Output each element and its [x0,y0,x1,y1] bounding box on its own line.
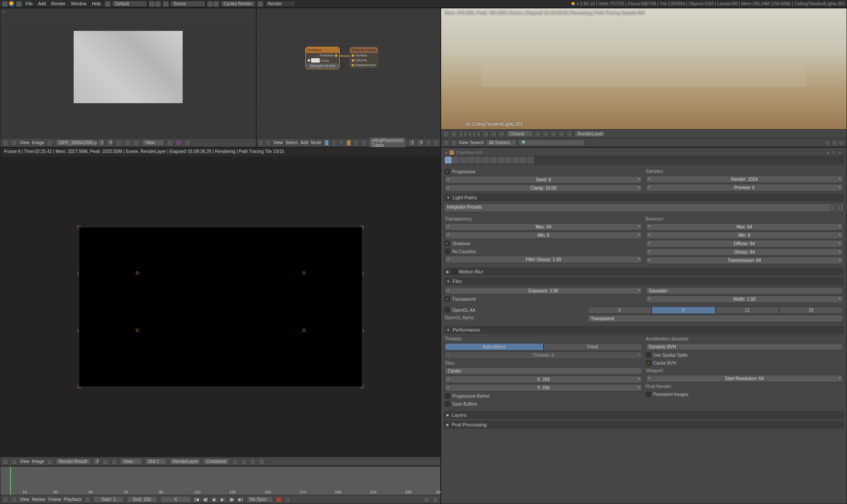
view3d-editor-type-icon[interactable] [443,131,449,137]
tab-renderlayer[interactable] [452,157,459,164]
node-expand-icon[interactable] [266,140,271,146]
scene-add-icon[interactable] [207,1,213,7]
outliner-eye-icon[interactable] [832,150,836,155]
transparent-check[interactable]: Transparent [445,295,642,302]
persistent-images-check[interactable]: Persistent Images [646,391,843,398]
tile-x[interactable]: X: 256 [445,376,642,383]
outliner-filter3-icon[interactable] [839,140,845,146]
node-canvas[interactable]: Emission Emission Color Strength 25.000 … [257,8,440,138]
timeline-editor-type-icon[interactable] [2,497,8,503]
timeline-ruler[interactable]: 10 30 50 70 90 110 130 150 170 190 210 2… [0,467,440,496]
view3d-i4-icon[interactable] [558,131,565,137]
timeline-menu-frame[interactable]: Frame [49,497,61,502]
uv-pin-icon[interactable] [133,140,139,146]
transmission-bounces[interactable]: Transmission: 64 [646,257,843,264]
render-slot[interactable]: Slot 1 [145,458,167,465]
bounce-min[interactable]: Min: 8 [646,231,843,239]
aa-16[interactable]: 16 [779,306,843,314]
view3d-layers-icon[interactable] [451,131,457,137]
fwd-key-icon[interactable]: |▶ [229,497,235,503]
menu-render[interactable]: Render [51,1,66,6]
filter-glossy[interactable]: Filter Glossy: 1.00 [445,256,642,263]
render-fake-user[interactable]: F [94,458,100,465]
node-menu-view[interactable]: View [274,140,283,145]
opengl-alpha-mode[interactable]: Transparent [588,315,843,322]
scene-browse-icon[interactable] [163,1,169,7]
menu-help[interactable]: Help [92,1,101,6]
perf-header[interactable]: Performance [444,326,844,334]
aa-11[interactable]: 11 [716,306,780,314]
post-header[interactable]: Post Processing [444,421,844,429]
node-add-mat-icon[interactable] [426,140,431,146]
editor-type-icon[interactable] [2,1,8,7]
threads-fixed[interactable]: Fixed [543,343,642,351]
socket-surface[interactable]: Surface [355,53,367,57]
view3d-layer-browse-icon[interactable] [566,131,573,137]
socket-color[interactable]: Color [321,59,329,63]
node-mat-browse-icon[interactable] [361,140,366,146]
view3d-renderlayer[interactable]: RenderLayer [574,131,605,137]
spatial-splits-check[interactable]: Use Spatial Splits [646,351,843,358]
filter-type[interactable]: Gaussian [646,287,843,295]
preset-add-icon[interactable] [830,205,836,211]
node-fake-user[interactable]: F [417,139,424,146]
outliner-render-icon[interactable] [838,150,842,155]
outliner-editor-type-icon[interactable] [443,140,449,146]
view3d-snap-mode[interactable]: Closest [506,131,533,137]
render-menu-image[interactable]: Image [32,459,45,464]
node-material-output[interactable]: Material Output Surface Volume Displacem… [349,47,378,68]
outliner-filter2-icon[interactable] [832,140,838,146]
glossy-bounces[interactable]: Glossy: 64 [646,248,843,256]
tab-physics[interactable] [527,157,534,164]
timeline-current[interactable]: 4 [160,496,191,503]
uv-add-icon[interactable] [116,140,122,146]
node-type3-icon[interactable] [339,140,344,146]
threads-auto[interactable]: Auto-detect [445,343,543,351]
preview-samples-field[interactable]: Preview: 0 [646,184,843,191]
node-shader2-icon[interactable] [354,140,359,146]
render-image-browse-icon[interactable] [47,459,53,465]
timeline-range-icon[interactable] [84,497,90,503]
timeline-menu-playback[interactable]: Playback [64,497,82,502]
tab-object[interactable] [475,157,482,164]
back-icon[interactable] [16,1,22,7]
render-x-icon[interactable] [257,1,263,7]
scene-select[interactable]: Scene [170,0,206,7]
view3d-shading-icon[interactable] [491,131,497,137]
render-image-name[interactable]: Render Result [56,458,91,465]
rewind-start-icon[interactable]: |◀ [194,497,200,503]
layer-btn[interactable] [468,131,472,137]
view3d-i2-icon[interactable] [543,131,549,137]
render-preview[interactable] [441,8,847,129]
bvh-type[interactable]: Dynamic BVH [646,343,843,351]
render-ch-z-icon[interactable] [259,459,265,465]
node-editor-type-icon[interactable] [259,140,263,146]
tab-world[interactable] [467,157,474,164]
exposure-field[interactable]: Exposure: 1.00 [445,287,642,295]
tab-scene[interactable] [460,157,467,164]
node-type1-icon[interactable] [324,140,329,146]
screen-layout-select[interactable]: Default [112,0,147,7]
tab-texture[interactable] [512,157,519,164]
integrator-preset[interactable]: Integrator Presets [444,203,844,212]
render-pin-icon[interactable] [111,459,117,465]
render-canvas[interactable] [0,157,440,457]
timeline-key-icon[interactable] [285,497,291,503]
outliner-search-input[interactable]: 🔍 [518,139,585,146]
render-ch-a-icon[interactable] [250,459,256,465]
menu-file[interactable]: File [26,1,33,6]
aa-5[interactable]: 5 [588,306,652,314]
layer-btn[interactable] [463,131,468,137]
render-expand-icon[interactable] [11,459,17,465]
view3d-lock-icon[interactable] [483,131,489,137]
tab-data[interactable] [497,157,504,164]
node-menu-add[interactable]: Add [300,140,308,145]
save-buffers-check[interactable]: Save Buffers [445,400,642,407]
layer-btn[interactable] [472,131,476,137]
uv-menu-image[interactable]: Image [32,140,45,145]
caustics-check[interactable]: No Caustics [445,248,642,255]
render-layer-sel[interactable]: RenderLayer [169,458,200,465]
layer-btn[interactable] [476,131,481,137]
motionblur-header[interactable]: Motion Blur [444,268,844,276]
rewind-key-icon[interactable]: ◀| [202,497,209,503]
